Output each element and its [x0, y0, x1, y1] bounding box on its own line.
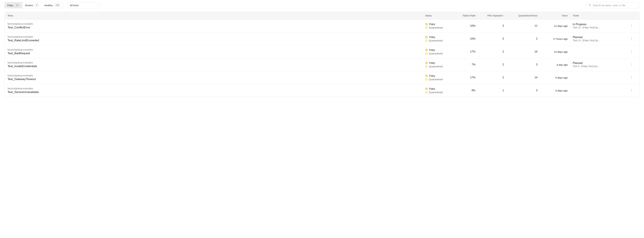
row-actions	[626, 75, 636, 80]
row-menu-button[interactable]	[629, 88, 634, 93]
status-cell: ~FlakyQuarantined	[425, 61, 455, 68]
table-row[interactable]: factory/golang-examplesTest_ServiceUnava…	[4, 84, 640, 97]
test-cell: factory/golang-examplesTest_GatewayTimeo…	[8, 74, 425, 81]
prs-impacted-value: 2	[480, 63, 509, 66]
failure-rate-value: 17%	[455, 76, 480, 79]
quarantined-runs-value: 3	[509, 63, 542, 66]
svg-point-18	[631, 90, 632, 90]
row-menu-button[interactable]	[629, 75, 634, 80]
col-ticket[interactable]: Ticket	[573, 14, 626, 17]
scope-select-label: All tests	[70, 4, 79, 7]
col-since[interactable]: Since	[542, 14, 573, 17]
row-actions	[626, 88, 636, 93]
status-quarantined-label: Quarantined	[429, 39, 443, 42]
since-value: 17 hours ago	[542, 38, 573, 40]
status-flaky-label: Flaky	[429, 36, 435, 39]
prs-impacted-value: 3	[480, 37, 509, 40]
svg-point-19	[631, 91, 632, 91]
quarantined-icon	[425, 65, 428, 68]
status-quarantined-label: Quarantined	[429, 52, 443, 55]
svg-point-9	[631, 51, 632, 52]
row-actions	[626, 23, 636, 29]
prs-impacted-value: 2	[480, 50, 509, 53]
test-path: factory/golang-examples	[8, 74, 425, 77]
test-cell: factory/golang-examplesTest_InvalidCrede…	[8, 61, 425, 68]
quarantined-icon	[425, 27, 428, 29]
quarantined-runs-value: 2	[509, 37, 542, 40]
search-box[interactable]	[586, 2, 640, 9]
svg-point-16	[631, 78, 632, 78]
search-input[interactable]	[593, 4, 637, 7]
failure-rate-value: 7%	[455, 63, 480, 66]
flaky-icon: ~	[425, 87, 428, 90]
svg-point-11	[631, 64, 632, 64]
svg-point-10	[631, 52, 632, 52]
test-path: factory/golang-examples	[8, 23, 425, 25]
svg-point-8	[631, 51, 632, 51]
status-quarantined-label: Quarantined	[429, 26, 443, 29]
status-flaky-label: Flaky	[429, 87, 435, 90]
status-quarantined-label: Quarantined	[429, 78, 443, 81]
ticket-cell[interactable]: In ProgressTAA-10 - [Flaky Test] fac…	[573, 23, 626, 29]
ticket-empty: -	[573, 50, 626, 53]
svg-point-4	[631, 26, 632, 27]
ticket-status: Planned	[573, 62, 626, 65]
status-cell: ~FlakyQuarantined	[425, 36, 455, 42]
status-cell: ~FlakyQuarantined	[425, 49, 455, 55]
row-menu-button[interactable]	[629, 49, 634, 54]
col-tests[interactable]: Tests	[8, 14, 425, 17]
ticket-cell[interactable]: PlannedTAA-13 - [Flaky Test] fac…	[573, 36, 626, 42]
ticket-empty: -	[573, 76, 626, 79]
ticket-cell: -	[573, 89, 626, 92]
filter-tab-label: Broken	[25, 4, 33, 7]
row-actions	[626, 62, 636, 67]
col-failure-rate[interactable]: Failure Rate	[455, 14, 480, 17]
quarantined-runs-value: 11	[509, 24, 542, 27]
svg-point-0	[589, 4, 590, 6]
filter-tab-broken[interactable]: Broken3	[22, 2, 42, 8]
ticket-empty: -	[573, 89, 626, 92]
table-row[interactable]: factory/golang-examplesTest_BadRequest~F…	[4, 45, 640, 58]
prs-impacted-value: 3	[480, 24, 509, 27]
col-prs-impacted[interactable]: PRs Impacted ▾	[480, 14, 509, 17]
col-status[interactable]: Status	[425, 14, 455, 17]
svg-point-13	[631, 65, 632, 65]
filter-segmented-control: Flaky12Broken3Healthy216	[4, 2, 64, 9]
since-value: 14 days ago	[542, 50, 573, 53]
svg-point-6	[631, 38, 632, 39]
quarantined-icon	[425, 52, 428, 55]
status-quarantined-label: Quarantined	[429, 65, 443, 68]
test-path: factory/golang-examples	[8, 61, 425, 64]
test-name: Test_InvalidCredentials	[8, 65, 425, 68]
row-menu-button[interactable]	[629, 36, 634, 42]
status-flaky-label: Flaky	[429, 74, 435, 77]
sort-desc-icon: ▾	[503, 15, 504, 17]
svg-point-14	[631, 76, 632, 77]
flaky-icon: ~	[425, 75, 428, 77]
scope-select[interactable]: All tests	[68, 2, 101, 9]
row-menu-button[interactable]	[629, 62, 634, 67]
ticket-subtitle: TAA-9 - [Flaky Test] fact…	[573, 65, 620, 68]
ticket-cell[interactable]: PlannedTAA-9 - [Flaky Test] fact…	[573, 62, 626, 68]
svg-point-5	[631, 38, 632, 38]
ticket-status: In Progress	[573, 23, 626, 26]
flaky-icon: ~	[425, 49, 428, 51]
filter-tab-count: 12	[14, 4, 20, 7]
test-cell: factory/golang-examplesTest_ConflictErro…	[8, 23, 425, 29]
svg-point-2	[631, 25, 632, 25]
test-name: Test_BadRequest	[8, 52, 425, 55]
test-name: Test_ServiceUnavailable	[8, 90, 425, 94]
table-row[interactable]: factory/golang-examplesTest_RateLimitExc…	[4, 32, 640, 45]
table-row[interactable]: factory/golang-examplesTest_InvalidCrede…	[4, 58, 640, 71]
test-cell: factory/golang-examplesTest_BadRequest	[8, 48, 425, 55]
ticket-cell: -	[573, 50, 626, 53]
filter-tab-count: 216	[54, 4, 60, 7]
table-row[interactable]: factory/golang-examplesTest_ConflictErro…	[4, 20, 640, 32]
svg-point-15	[631, 77, 632, 77]
table-row[interactable]: factory/golang-examplesTest_GatewayTimeo…	[4, 71, 640, 84]
failure-rate-value: 8%	[455, 89, 480, 92]
row-menu-button[interactable]	[629, 23, 634, 29]
filter-tab-flaky[interactable]: Flaky12	[4, 2, 22, 8]
col-quarantined-runs[interactable]: Quarantined Runs	[509, 14, 542, 17]
filter-tab-healthy[interactable]: Healthy216	[42, 2, 63, 8]
